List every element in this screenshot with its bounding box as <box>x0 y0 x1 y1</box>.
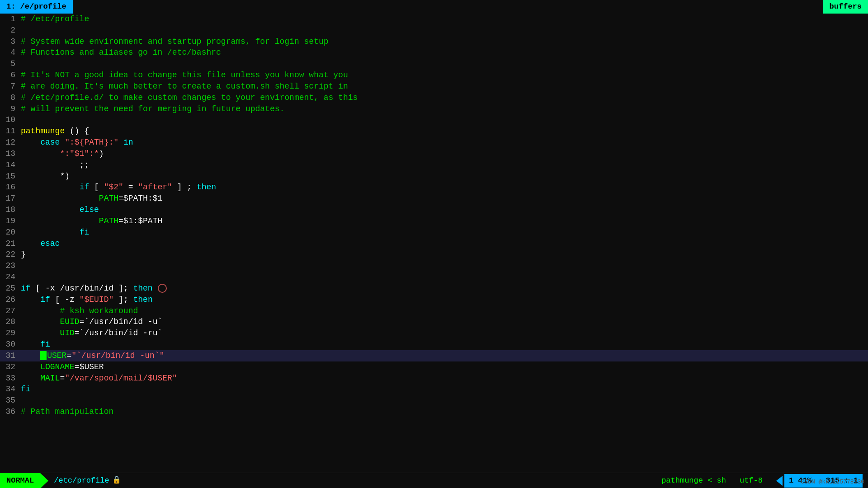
line-content: *) <box>19 171 868 182</box>
line-content: *:"$1":*) <box>19 148 868 160</box>
line-content <box>19 25 868 36</box>
line-content: USER="`/usr/bin/id -un`" <box>19 350 868 361</box>
encoding-status: utf-8 <box>740 475 763 486</box>
line-content: # /etc/profile.d/ to make custom changes… <box>19 92 868 103</box>
code-line: 3# System wide environment and startup p… <box>0 36 868 47</box>
line-number: 20 <box>0 227 19 238</box>
line-content <box>19 58 868 70</box>
line-number: 2 <box>0 25 19 36</box>
tab-bar: 1: /e/profile buffers <box>0 0 868 14</box>
line-number: 18 <box>0 204 19 216</box>
buffers-button[interactable]: buffers <box>823 0 868 14</box>
line-number: 26 <box>0 294 19 305</box>
code-line: 15 *) <box>0 171 868 182</box>
lock-icon: 🔒 <box>112 475 121 485</box>
line-number: 12 <box>0 137 19 148</box>
code-line: 17 PATH=$PATH:$1 <box>0 193 868 204</box>
code-line: 5 <box>0 58 868 70</box>
line-number: 8 <box>0 92 19 103</box>
line-content: MAIL="/var/spool/mail/$USER" <box>19 373 868 384</box>
code-line: 20 fi <box>0 227 868 238</box>
line-number: 29 <box>0 328 19 339</box>
code-line: 28 EUID=`/usr/bin/id -u` <box>0 316 868 328</box>
code-line: 4# Functions and aliases go in /etc/bash… <box>0 47 868 58</box>
code-line: 19 PATH=$1:$PATH <box>0 216 868 227</box>
code-line: 29 UID=`/usr/bin/id -ru` <box>0 328 868 339</box>
line-number: 1 <box>0 14 19 25</box>
line-content: # /etc/profile <box>19 14 868 25</box>
code-line: 6# It's NOT a good idea to change this f… <box>0 70 868 81</box>
code-line: 12 case ":${PATH}:" in <box>0 137 868 148</box>
code-line: 30 fi <box>0 339 868 350</box>
file-path-status: /etc/profile 🔒 <box>48 475 121 486</box>
line-content: LOGNAME=$USER <box>19 361 868 373</box>
line-number: 11 <box>0 126 19 137</box>
code-line: 24 <box>0 272 868 283</box>
code-line: 14 ;; <box>0 160 868 171</box>
line-number: 16 <box>0 182 19 193</box>
line-number: 7 <box>0 81 19 92</box>
filetype-status: pathmunge < sh <box>661 475 726 486</box>
line-number: 25 <box>0 283 19 294</box>
line-number: 3 <box>0 36 19 47</box>
code-line: 33 MAIL="/var/spool/mail/$USER" <box>0 373 868 384</box>
mode-arrow-icon <box>40 473 48 488</box>
line-number: 10 <box>0 114 19 126</box>
line-number: 6 <box>0 70 19 81</box>
line-content: esac <box>19 238 868 249</box>
cursor <box>40 351 47 360</box>
line-content: PATH=$1:$PATH <box>19 216 868 227</box>
code-line: 18 else <box>0 204 868 216</box>
line-number: 13 <box>0 148 19 160</box>
code-line: 16 if [ "$2" = "after" ] ; then <box>0 182 868 193</box>
editor-container: 1: /e/profile buffers 1# /etc/profile23#… <box>0 0 868 488</box>
line-content: case ":${PATH}:" in <box>19 137 868 148</box>
line-number: 15 <box>0 171 19 182</box>
code-line: 7# are doing. It's much better to create… <box>0 81 868 92</box>
line-number: 24 <box>0 272 19 283</box>
line-content: PATH=$PATH:$1 <box>19 193 868 204</box>
code-line: 11pathmunge () { <box>0 126 868 137</box>
code-line: 23 <box>0 260 868 272</box>
line-content: # will prevent the need for merging in f… <box>19 103 868 115</box>
code-line: 27 # ksh workaround <box>0 305 868 317</box>
line-content: ;; <box>19 160 868 171</box>
line-number: 23 <box>0 260 19 272</box>
line-number: 31 <box>0 350 19 361</box>
code-line: 10 <box>0 114 868 126</box>
line-content: fi <box>19 227 868 238</box>
code-line: 34fi <box>0 384 868 395</box>
line-number: 14 <box>0 160 19 171</box>
code-line: 22} <box>0 249 868 260</box>
filepath-text: /etc/profile <box>54 475 109 486</box>
line-content: fi <box>19 339 868 350</box>
line-number: 35 <box>0 395 19 406</box>
line-number: 22 <box>0 249 19 260</box>
line-number: 27 <box>0 305 19 317</box>
line-number: 30 <box>0 339 19 350</box>
line-number: 9 <box>0 103 19 115</box>
line-content <box>19 272 868 283</box>
code-line: 26 if [ -z "$EUID" ]; then <box>0 294 868 305</box>
line-number: 4 <box>0 47 19 58</box>
status-bar: NORMAL /etc/profile 🔒 pathmunge < sh utf… <box>0 473 868 488</box>
mode-label: NORMAL <box>0 473 40 488</box>
line-content: # Functions and aliases go in /etc/bashr… <box>19 47 868 58</box>
line-number: 19 <box>0 216 19 227</box>
code-area: 1# /etc/profile23# System wide environme… <box>0 14 868 473</box>
line-content: # It's NOT a good idea to change this fi… <box>19 70 868 81</box>
code-line: 8# /etc/profile.d/ to make custom change… <box>0 92 868 103</box>
line-number: 33 <box>0 373 19 384</box>
line-number: 5 <box>0 58 19 70</box>
code-line: 35 <box>0 395 868 406</box>
line-number: 21 <box>0 238 19 249</box>
line-number: 32 <box>0 361 19 373</box>
line-content: # Path manipulation <box>19 406 868 418</box>
line-number: 28 <box>0 316 19 328</box>
code-line: 32 LOGNAME=$USER <box>0 361 868 373</box>
pos-arrow-icon <box>776 476 783 486</box>
line-content: # are doing. It's much better to create … <box>19 81 868 92</box>
line-content: UID=`/usr/bin/id -ru` <box>19 328 868 339</box>
line-content <box>19 114 868 126</box>
tab-label[interactable]: 1: /e/profile <box>0 0 73 14</box>
